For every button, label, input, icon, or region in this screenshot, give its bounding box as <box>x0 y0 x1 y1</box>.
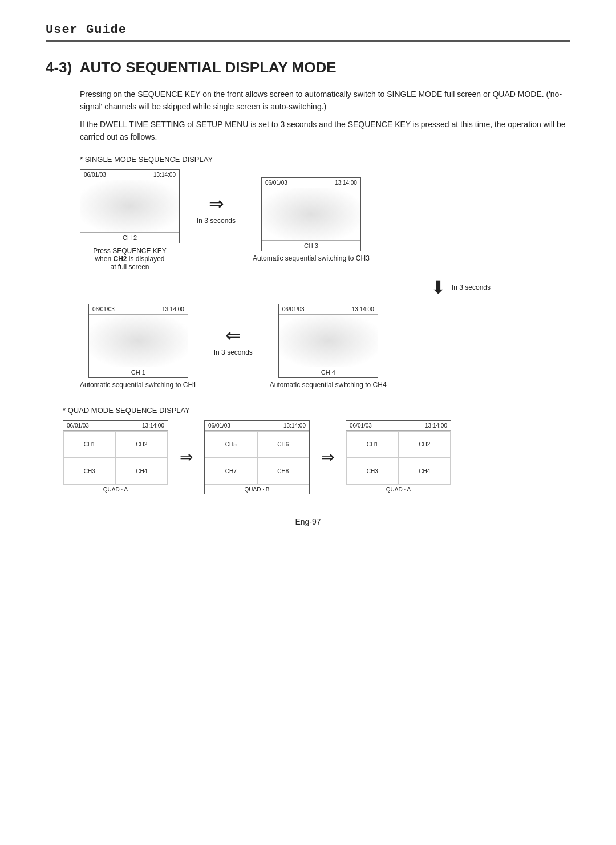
arrow-quad-b-a2: ⇒ <box>321 448 334 466</box>
single-mode-row2: 06/01/03 13:14:00 CH 1 Automatic sequent… <box>80 304 570 389</box>
quad-box-b: 06/01/03 13:14:00 CH5 CH6 CH7 CH8 QUAD ·… <box>204 420 310 494</box>
screen-ch2-content <box>80 180 179 232</box>
screen-ch1: 06/01/03 13:14:00 CH 1 <box>88 304 188 378</box>
screen-ch2-caption: Press SEQUENCE KEYwhen CH2 is displayeda… <box>93 247 167 271</box>
screen-ch4-header: 06/01/03 13:14:00 <box>279 304 378 315</box>
arrow-down-label: In 3 seconds <box>452 283 491 291</box>
quad-b-ch5: CH5 <box>205 431 257 458</box>
quad-a2-ch2: CH2 <box>399 431 451 458</box>
quad-b-date: 06/01/03 <box>208 422 230 429</box>
screen-ch4-block: 06/01/03 13:14:00 CH 4 Automatic sequent… <box>270 304 387 389</box>
single-mode-row1: 06/01/03 13:14:00 CH 2 Press SEQUENCE KE… <box>80 169 570 271</box>
single-mode-label: * SINGLE MODE SEQUENCE DISPLAY <box>80 155 570 164</box>
screen-ch2-date: 06/01/03 <box>84 172 106 178</box>
quad-a-ch2: CH2 <box>116 431 168 458</box>
quad-a-date: 06/01/03 <box>67 422 89 429</box>
screen-ch3-footer: CH 3 <box>262 240 360 251</box>
quad-a2-ch4: CH4 <box>399 458 451 485</box>
left-arrow-icon: ⇐ <box>225 324 241 346</box>
screen-ch2-time: 13:14:00 <box>153 172 176 178</box>
quad-a-ch1: CH1 <box>63 431 116 458</box>
page-header: User Guide <box>46 23 570 42</box>
quad-a-footer: QUAD · A <box>63 485 168 494</box>
quad-b-header: 06/01/03 13:14:00 <box>205 421 309 431</box>
quad-a-time: 13:14:00 <box>142 422 164 429</box>
quad-b-ch8: CH8 <box>257 458 310 485</box>
screen-ch3-caption: Automatic sequential switching to CH3 <box>253 254 370 262</box>
screen-ch4: 06/01/03 13:14:00 CH 4 <box>278 304 378 378</box>
quad-screen-a: 06/01/03 13:14:00 CH1 CH2 CH3 CH4 QUAD ·… <box>63 420 168 494</box>
screen-ch3: 06/01/03 13:14:00 CH 3 <box>261 177 361 251</box>
screen-ch1-block: 06/01/03 13:14:00 CH 1 Automatic sequent… <box>80 304 197 389</box>
screen-ch2-header: 06/01/03 13:14:00 <box>80 170 179 180</box>
screen-ch4-caption: Automatic sequential switching to CH4 <box>270 381 387 389</box>
screen-ch2: 06/01/03 13:14:00 CH 2 <box>80 169 180 243</box>
screen-ch1-date: 06/01/03 <box>92 306 115 312</box>
quad-a-header: 06/01/03 13:14:00 <box>63 421 168 431</box>
quad-b-grid: CH5 CH6 CH7 CH8 <box>205 431 309 485</box>
screen-ch3-header: 06/01/03 13:14:00 <box>262 178 360 188</box>
arrow-down-ch3-ch4: ⬇ In 3 seconds <box>431 277 491 298</box>
body-paragraph-2: If the DWELL TIME SETTING of SETUP MENU … <box>80 118 570 144</box>
screen-ch2-block: 06/01/03 13:14:00 CH 2 Press SEQUENCE KE… <box>80 169 180 271</box>
header-title: User Guide <box>46 23 127 37</box>
quad-b-footer: QUAD · B <box>205 485 309 494</box>
quad-b-ch7: CH7 <box>205 458 257 485</box>
quad-screen-a2: 06/01/03 13:14:00 CH1 CH2 CH3 CH4 QUAD ·… <box>346 420 451 494</box>
screen-ch1-content <box>89 315 188 367</box>
quad-a2-footer: QUAD · A <box>346 485 451 494</box>
screen-ch1-footer: CH 1 <box>89 367 188 377</box>
quad-b-ch6: CH6 <box>257 431 310 458</box>
arrow-label-1: In 3 seconds <box>197 217 236 225</box>
screen-ch4-time: 13:14:00 <box>352 306 374 312</box>
down-arrow-icon: ⬇ <box>431 277 446 298</box>
body-paragraph-1: Pressing on the SEQUENCE KEY on the fron… <box>80 88 570 113</box>
screen-ch4-footer: CH 4 <box>279 367 378 377</box>
screen-ch4-date: 06/01/03 <box>282 306 305 312</box>
quad-a-grid: CH1 CH2 CH3 CH4 <box>63 431 168 485</box>
quad-mode-label: * QUAD MODE SEQUENCE DISPLAY <box>63 406 570 415</box>
arrow-right-ch2-ch3: ⇒ In 3 seconds <box>197 193 236 225</box>
screen-ch3-time: 13:14:00 <box>335 180 357 186</box>
quad-b-time: 13:14:00 <box>283 422 306 429</box>
quad-a2-grid: CH1 CH2 CH3 CH4 <box>346 431 451 485</box>
arrow-quad-a-b: ⇒ <box>180 448 193 466</box>
quad-a2-ch3: CH3 <box>346 458 399 485</box>
arrow-label-2: In 3 seconds <box>214 348 253 356</box>
page-number: Eng-97 <box>46 517 570 526</box>
quad-a-ch3: CH3 <box>63 458 116 485</box>
quad-a2-header: 06/01/03 13:14:00 <box>346 421 451 431</box>
screen-ch1-header: 06/01/03 13:14:00 <box>89 304 188 315</box>
quad-a2-time: 13:14:00 <box>425 422 447 429</box>
screen-ch1-time: 13:14:00 <box>162 306 184 312</box>
screen-ch3-block: 06/01/03 13:14:00 CH 3 Automatic sequent… <box>253 177 370 262</box>
screen-ch3-date: 06/01/03 <box>265 180 287 186</box>
screen-ch1-caption: Automatic sequential switching to CH1 <box>80 381 197 389</box>
quad-a2-date: 06/01/03 <box>350 422 372 429</box>
section-title: 4-3) AUTO SEQUENTIAL DISPLAY MODE <box>46 59 570 76</box>
screen-ch3-content <box>262 188 360 240</box>
quad-box-a2: 06/01/03 13:14:00 CH1 CH2 CH3 CH4 QUAD ·… <box>346 420 451 494</box>
quad-a-ch4: CH4 <box>116 458 168 485</box>
quad-mode-row: 06/01/03 13:14:00 CH1 CH2 CH3 CH4 QUAD ·… <box>63 420 570 494</box>
right-arrow-icon: ⇒ <box>209 193 224 214</box>
quad-screen-b: 06/01/03 13:14:00 CH5 CH6 CH7 CH8 QUAD ·… <box>204 420 310 494</box>
screen-ch2-footer: CH 2 <box>80 232 179 243</box>
screen-ch4-content <box>279 315 378 367</box>
quad-box-a: 06/01/03 13:14:00 CH1 CH2 CH3 CH4 QUAD ·… <box>63 420 168 494</box>
arrow-left-ch4-ch1: ⇐ In 3 seconds <box>214 324 253 356</box>
quad-a2-ch1: CH1 <box>346 431 399 458</box>
